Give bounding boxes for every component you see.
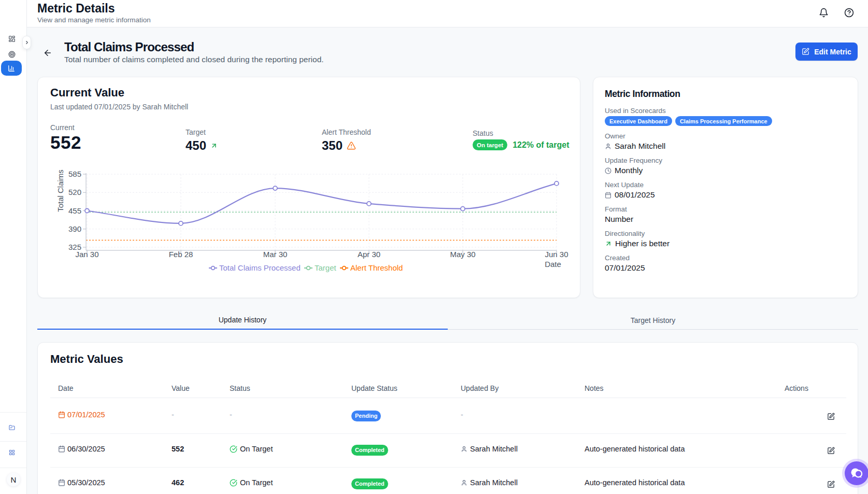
svg-text:Total Claims Processed: Total Claims Processed: [219, 263, 301, 272]
svg-text:390: 390: [68, 224, 81, 233]
svg-text:Apr 30: Apr 30: [358, 250, 380, 259]
svg-text:May 30: May 30: [450, 250, 475, 259]
svg-text:Alert Threshold: Alert Threshold: [350, 263, 403, 272]
svg-text:585: 585: [68, 170, 81, 178]
svg-text:Target: Target: [315, 263, 337, 272]
svg-text:Total Claims: Total Claims: [56, 170, 65, 212]
svg-text:Jun 30: Jun 30: [545, 250, 568, 259]
svg-text:Date: Date: [545, 260, 561, 269]
svg-text:520: 520: [68, 188, 81, 196]
svg-text:455: 455: [68, 206, 81, 215]
svg-text:Mar 30: Mar 30: [263, 250, 288, 259]
svg-text:Jan 30: Jan 30: [75, 250, 98, 259]
svg-text:Feb 28: Feb 28: [169, 250, 193, 259]
